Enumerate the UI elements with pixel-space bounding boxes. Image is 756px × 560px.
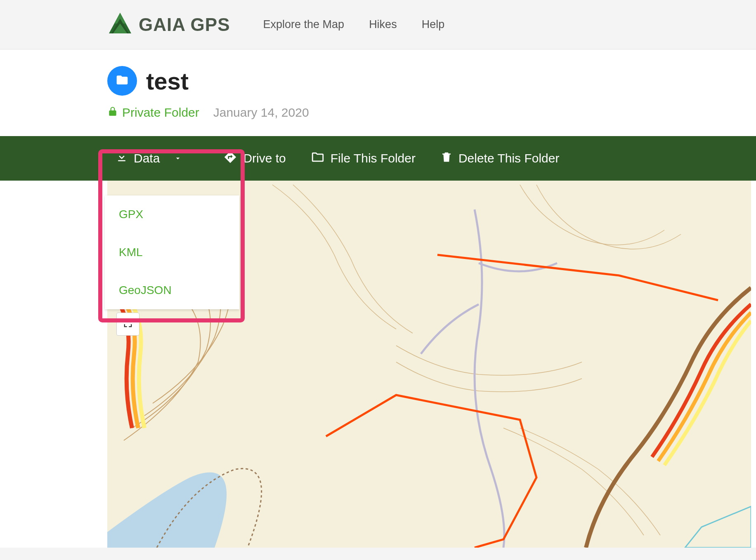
- mountain-logo-icon: [107, 11, 133, 38]
- dropdown-item-kml[interactable]: KML: [105, 233, 239, 271]
- drive-to-button[interactable]: Drive to: [223, 150, 286, 167]
- drive-to-label: Drive to: [243, 151, 286, 165]
- folder-icon: [116, 73, 129, 88]
- file-folder-button[interactable]: File This Folder: [311, 150, 416, 167]
- folder-header: test Private Folder January 14, 2020: [0, 49, 756, 136]
- nav-help[interactable]: Help: [422, 18, 445, 31]
- dropdown-item-geojson[interactable]: GeoJSON: [105, 271, 239, 309]
- delete-folder-label: Delete This Folder: [458, 151, 560, 165]
- privacy-label: Private Folder: [122, 106, 199, 120]
- folder-meta: Private Folder January 14, 2020: [107, 106, 756, 120]
- data-dropdown-button[interactable]: Data: [99, 147, 198, 170]
- nav-explore[interactable]: Explore the Map: [263, 18, 345, 31]
- nav-links: Explore the Map Hikes Help: [263, 18, 445, 31]
- top-nav: GAIA GPS Explore the Map Hikes Help: [0, 0, 756, 49]
- privacy-indicator[interactable]: Private Folder: [107, 106, 199, 120]
- dropdown-item-gpx[interactable]: GPX: [105, 195, 239, 233]
- folder-title-row: test: [107, 66, 756, 96]
- folder-title: test: [146, 67, 189, 95]
- fullscreen-button[interactable]: [116, 313, 139, 336]
- lock-icon: [107, 106, 118, 120]
- fullscreen-icon: [122, 318, 134, 331]
- brand-name: GAIA GPS: [139, 14, 230, 35]
- brand-logo[interactable]: GAIA GPS: [107, 11, 230, 38]
- nav-hikes[interactable]: Hikes: [369, 18, 397, 31]
- data-dropdown-menu: GPX KML GeoJSON: [105, 195, 239, 309]
- data-label: Data: [134, 151, 160, 165]
- chevron-down-icon: [174, 151, 182, 165]
- directions-icon: [223, 150, 237, 167]
- file-folder-label: File This Folder: [331, 151, 416, 165]
- folder-date: January 14, 2020: [213, 106, 309, 120]
- download-icon: [116, 151, 128, 166]
- folder-outline-icon: [311, 150, 325, 167]
- folder-toolbar: Data Drive to File This Folder Delete Th…: [0, 136, 756, 181]
- folder-avatar: [107, 66, 137, 96]
- delete-folder-button[interactable]: Delete This Folder: [440, 151, 560, 166]
- trash-icon: [440, 151, 453, 166]
